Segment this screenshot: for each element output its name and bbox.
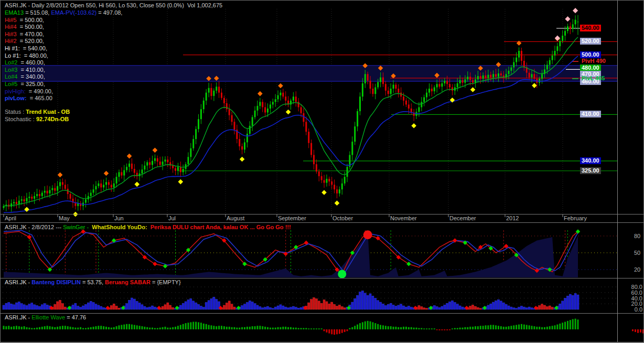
legend-line-part: Lo#4 — [5, 73, 17, 80]
legend-line: Lo #1: = 480.00, — [5, 52, 48, 59]
status-line-part: Status : — [5, 109, 26, 115]
legend-line-part: = 500.00, — [17, 24, 44, 30]
legend-line: Hi#5 = 500.00, — [5, 17, 44, 23]
price-axis-label: PivH 490 — [580, 58, 607, 65]
legend-line: Hi#3 = 470.00, — [5, 31, 44, 37]
legend-line-part: = 497.08, — [96, 9, 122, 16]
panel-frame — [1, 1, 643, 342]
elliott-header-part: ASRI.JK - — [5, 314, 31, 320]
month-label: Jul — [168, 215, 176, 221]
price-axis-label: 410.00 — [580, 111, 601, 117]
status-line-part: 92.74Dn-OB — [36, 116, 69, 122]
month-label: November — [390, 215, 417, 221]
legend-line-part: Lo#3 — [5, 67, 17, 73]
price-axis-label: 520.00 — [580, 38, 601, 45]
month-label: 2012 — [506, 215, 519, 221]
status-line: Stochastic : 92.74Dn-OB — [5, 116, 69, 122]
status-line-part: Trend Kuat - OB — [26, 109, 70, 115]
legend-line-part: Hi#2 — [5, 38, 17, 44]
big-buy-signal — [338, 270, 346, 278]
stoch-axis-label: 20 — [634, 266, 640, 273]
legend-line-part: Lo#5 — [5, 81, 17, 87]
histogram-axis-label: 0.0 — [622, 306, 642, 313]
month-label: April — [5, 215, 16, 221]
chart-canvas — [1, 1, 644, 343]
swinger-header-part: WhatShould YouDo: — [90, 224, 150, 230]
legend-line-part: = 410.00, — [17, 67, 45, 73]
month-gridlines — [58, 9, 563, 213]
status-line-part: Stochastic : — [5, 116, 36, 122]
elliott-header-part: Elliotte Wave — [31, 314, 65, 320]
month-label: August — [227, 215, 244, 221]
legend-line-part: = 340.00, — [17, 73, 45, 80]
legend-line: EMA13 = 515.08, EMA-PV(-103.62) = 497.08… — [5, 9, 122, 16]
legend-line-part: = 470.00, — [17, 31, 44, 37]
elliott-header-part: = 47.76 — [65, 314, 86, 320]
legend-line-part: Lo #1: — [5, 52, 21, 59]
legend-line-part: = 520.00, — [17, 38, 44, 44]
big-sell-signal — [363, 230, 372, 239]
legend-line: Hi #1: = 540.00, — [5, 45, 47, 51]
legend-line-part: Hi#5 — [5, 17, 17, 23]
legend-line-part: = 515.08, — [24, 9, 51, 16]
banteng-header-part: = {EMPTY} — [151, 279, 181, 285]
status-line: Status : Trend Kuat - OB — [5, 109, 70, 115]
month-label: Jun — [114, 215, 124, 221]
banteng-header-part: Beruang SABAR — [105, 279, 151, 285]
swinger-header-part: SwinGer - — [63, 224, 90, 230]
banteng-header-part: ASRI.JK - — [5, 279, 31, 285]
legend-line: Lo#5 = 325.00, — [5, 81, 45, 87]
legend-line-part: Lo#2 — [5, 59, 17, 66]
legend-line-part: pivHigh: — [5, 88, 26, 94]
stoch-axis-label: 50 — [634, 250, 640, 256]
legend-line: pivLow: = 465.00 — [5, 95, 52, 101]
legend-line: Hi#4 = 500.00, — [5, 24, 44, 30]
histogram-panel — [3, 287, 617, 310]
legend-line-part: = 465.00 — [27, 95, 52, 101]
legend-line-part: pivLow: — [5, 95, 27, 101]
legend-line-part: = 540.00, — [20, 45, 47, 51]
legend-line-part: = 325.00, — [17, 81, 45, 87]
legend-line: Lo#3 = 410.00, — [5, 67, 45, 73]
price-axis-label: 340.00 — [580, 157, 601, 164]
stochastic-area — [4, 231, 578, 277]
legend-line: Hi#2 = 520.00, — [5, 38, 44, 44]
candles — [3, 15, 579, 212]
legend-line: Lo#4 = 340.00, — [5, 73, 45, 80]
legend-line-part: Hi#3 — [5, 31, 17, 37]
banteng-header-part: Banteng DISIPLIN — [31, 279, 81, 285]
legend-line-part: = 500.00, — [17, 17, 44, 23]
legend-line-part: Hi#4 — [5, 24, 17, 30]
month-label: September — [278, 215, 306, 221]
legend-line: pivHigh: = 490.00, — [5, 88, 53, 94]
price-axis-label: PivL 465 — [580, 75, 606, 82]
stoch-axis-label: 80 — [634, 233, 640, 239]
legend-line-part: EMA-PV(-103.62) — [51, 9, 96, 16]
price-axis-label: 325.00 — [580, 167, 601, 174]
ema13-line — [4, 37, 578, 206]
stochastic-panel — [3, 229, 617, 278]
legend-line-part: = 480.00, — [21, 52, 48, 59]
ema13 — [4, 37, 578, 206]
elliott-panel — [3, 319, 644, 335]
elliott-header: ASRI.JK - Elliotte Wave = 47.76 — [5, 314, 86, 320]
month-label: December — [449, 215, 476, 221]
pivot-band — [2, 66, 617, 81]
banteng-header-part: = 53.75, — [81, 279, 105, 285]
swinger-header: ASRI.JK - 2/8/2012 --- SwinGer - WhatSho… — [5, 224, 291, 230]
legend-line-part: Hi #1: — [5, 45, 20, 51]
swinger-header-part: Periksa DULU chart Anda, kalau OK ... Go… — [151, 224, 291, 230]
month-label: February — [564, 215, 587, 221]
month-label: May — [59, 215, 70, 221]
chart-application-window: ASRI.JK - Daily 2/8/2012 Open 550, Hi 56… — [0, 0, 644, 343]
swinger-header-part: ASRI.JK - 2/8/2012 --- — [5, 224, 63, 230]
legend-line-part: = 460.00, — [17, 59, 45, 66]
banteng-header: ASRI.JK - Banteng DISIPLIN = 53.75, Beru… — [5, 279, 181, 285]
legend-line: Lo#2 = 460.00, — [5, 59, 45, 66]
legend-line-part: EMA13 — [5, 9, 24, 16]
month-label: October — [332, 215, 353, 221]
legend-line-part: = 490.00, — [26, 88, 53, 94]
price-axis-label: 540.00 — [580, 25, 601, 31]
chart-title: ASRI.JK - Daily 2/8/2012 Open 550, Hi 56… — [5, 2, 222, 8]
